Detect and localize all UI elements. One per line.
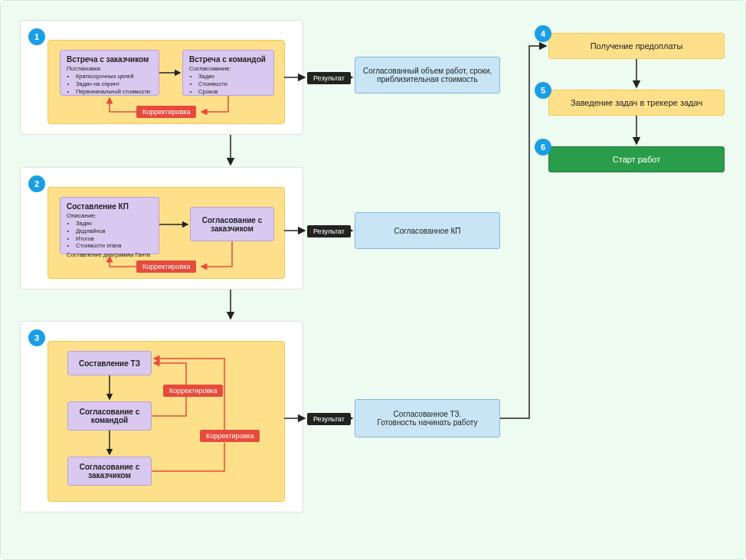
- stage-1-box2-title: Встреча с командой: [189, 55, 267, 64]
- stage-1-box1-list: Краткосрочных целей Задач на спринт Перв…: [67, 73, 152, 95]
- stage-1-box-customer: Встреча с заказчиком Постановка: Краткос…: [60, 50, 159, 96]
- stage-2-result-label: Результат: [307, 225, 351, 237]
- stage-3-yellow: Составление ТЗ Согласование с командой С…: [47, 341, 285, 502]
- stage-3-box-customer: Согласование с заказчиком: [67, 457, 152, 486]
- stage-2-yellow: Составление КП Описание: Задач Дедлайнов…: [47, 187, 285, 279]
- step-6: Старт работ: [548, 146, 725, 172]
- stage-2-box1-title: Составление КП: [67, 202, 152, 211]
- badge-6: 6: [535, 139, 551, 156]
- diagram-canvas: 1 Встреча с заказчиком Постановка: Кратк…: [0, 0, 746, 560]
- stage-2-box1-list: Задач Дедлайнов Итогов Стоимости этапа: [67, 220, 152, 250]
- stage-2-box-approve: Согласование с заказчиком: [190, 207, 274, 241]
- stage-3-result-label: Результат: [307, 413, 351, 425]
- stage-3-container: 3 Составление ТЗ Согласование с командой…: [20, 321, 303, 513]
- badge-1: 1: [28, 28, 45, 45]
- stage-1-box2-subtitle: Согласование:: [189, 65, 267, 72]
- step-5: Заведение задач в трекере задач: [548, 90, 725, 116]
- stage-1-container: 1 Встреча с заказчиком Постановка: Кратк…: [20, 20, 303, 135]
- badge-4: 4: [535, 25, 551, 42]
- stage-1-correction: Корректировка: [136, 106, 196, 118]
- stage-3-result: Согласованное ТЗ. Готовность начинать ра…: [355, 399, 500, 437]
- badge-3: 3: [28, 329, 45, 346]
- stage-1-box1-title: Встреча с заказчиком: [67, 55, 152, 64]
- stage-2-box-kp: Составление КП Описание: Задач Дедлайнов…: [60, 197, 159, 254]
- stage-1-box1-subtitle: Постановка:: [67, 65, 152, 72]
- stage-2-box1-subtitle: Описание:: [67, 212, 152, 219]
- stage-1-yellow: Встреча с заказчиком Постановка: Краткос…: [47, 40, 285, 124]
- stage-2-container: 2 Составление КП Описание: Задач Дедлайн…: [20, 167, 303, 290]
- badge-5: 5: [535, 82, 551, 99]
- stage-2-correction: Корректировка: [136, 260, 196, 273]
- badge-2: 2: [28, 175, 45, 192]
- stage-3-box-team: Согласование с командой: [67, 401, 152, 431]
- stage-3-box-tz: Составление ТЗ: [67, 351, 152, 375]
- stage-1-box2-list: Задач Стоимости Сроков: [189, 73, 267, 95]
- step-4: Получение предоплаты: [548, 33, 725, 59]
- stage-1-box-team: Встреча с командой Согласование: Задач С…: [182, 50, 274, 96]
- stage-1-result-label: Результат: [307, 72, 351, 84]
- stage-2-result: Согласованное КП: [355, 212, 500, 249]
- stage-2-box1-footer: Составление диаграммы Ганта: [67, 251, 152, 258]
- stage-3-correction-1: Корректировка: [163, 385, 223, 397]
- stage-3-correction-2: Корректировка: [200, 430, 260, 442]
- stage-1-result: Согласованный объем работ, сроки, прибли…: [355, 57, 500, 93]
